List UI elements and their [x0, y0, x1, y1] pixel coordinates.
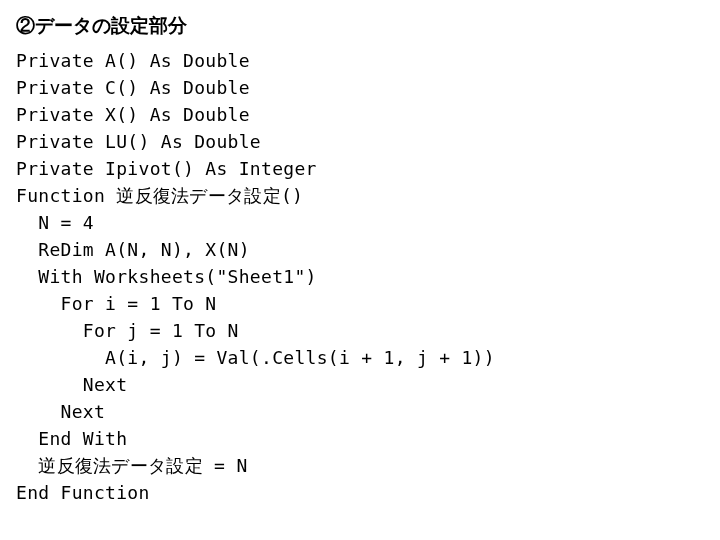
code-listing: Private A() As Double Private C() As Dou… — [16, 47, 704, 506]
section-heading: ②データの設定部分 — [16, 12, 704, 41]
